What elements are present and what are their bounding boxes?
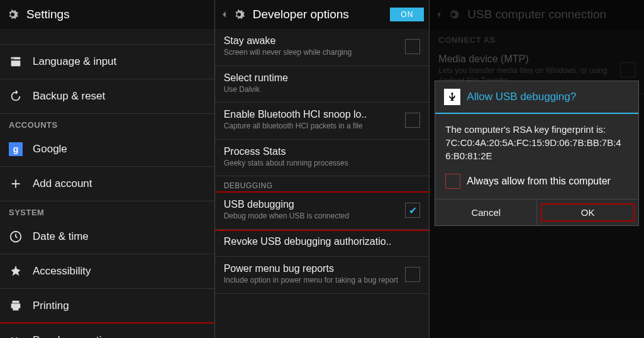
hand-icon (9, 264, 23, 278)
row-accessibility[interactable]: Accessibility (0, 254, 214, 289)
item-usb-debugging[interactable]: USB debuggingDebug mode when USB is conn… (215, 193, 430, 230)
label: Process Stats (224, 146, 416, 157)
item-power-menu-bug[interactable]: Power menu bug reportsInclude option in … (215, 257, 430, 294)
backup-icon (9, 89, 23, 103)
checkbox[interactable] (405, 113, 420, 128)
dev-title: Developer options (253, 8, 384, 21)
settings-panel: Settings Language & input Backup & reset… (0, 0, 215, 338)
checkbox[interactable] (405, 267, 420, 282)
master-toggle[interactable]: ON (390, 8, 424, 21)
item-stay-awake[interactable]: Stay awakeScreen will never sleep while … (215, 29, 430, 66)
developer-options-panel: Developer options ON Stay awakeScreen wi… (215, 0, 430, 338)
label: Add account (33, 177, 206, 190)
dialog-title: Allow USB debugging? (467, 91, 576, 103)
settings-header: Settings (0, 0, 214, 29)
back-icon[interactable] (220, 10, 229, 19)
sublabel: Debug mode when USB is connected (224, 211, 401, 222)
dialog-always-allow[interactable]: Always allow from this computer (435, 171, 638, 199)
checkbox[interactable] (445, 174, 460, 189)
row-backup-reset[interactable]: Backup & reset (0, 79, 214, 114)
svg-text:{ }: { } (10, 336, 19, 339)
row-google[interactable]: g Google (0, 132, 214, 167)
clock-icon (9, 230, 23, 244)
row-language-input[interactable]: Language & input (0, 45, 214, 79)
label: Select runtime (224, 72, 416, 84)
gear-icon (231, 7, 247, 22)
item-process-stats[interactable]: Process StatsGeeky stats about running p… (215, 140, 430, 177)
sublabel: Geeky stats about running processes (224, 159, 416, 169)
printer-icon (9, 299, 23, 313)
sublabel: Use Dalvik (224, 85, 416, 95)
label: USB debugging (224, 199, 401, 210)
ok-button[interactable]: OK (537, 200, 638, 225)
row-developer-options[interactable]: { } Developer options (0, 324, 214, 338)
usb-connection-panel: USB computer connection CONNECT AS Media… (430, 0, 644, 338)
checkbox[interactable] (405, 39, 420, 54)
label: Date & time (33, 230, 206, 243)
section-system: SYSTEM (0, 201, 214, 220)
cancel-button[interactable]: Cancel (435, 200, 537, 225)
dialog-body: The computer's RSA key fingerprint is: 7… (435, 114, 638, 171)
sublabel: Screen will never sleep while charging (224, 48, 401, 58)
label: Backup & reset (33, 90, 206, 103)
truncated-row (0, 29, 214, 45)
dev-header: Developer options ON (215, 0, 430, 29)
dialog-buttons: Cancel OK (435, 199, 638, 225)
dialog-header: Allow USB debugging? (435, 81, 638, 114)
label: Revoke USB debugging authorizatio.. (224, 236, 416, 247)
plus-icon (9, 177, 23, 191)
label: Google (33, 143, 206, 155)
usb-icon (444, 89, 460, 105)
item-bt-hci-snoop[interactable]: Enable Bluetooth HCI snoop lo..Capture a… (215, 103, 430, 140)
body-line1: The computer's RSA key fingerprint is: (445, 123, 628, 136)
label: Language & input (33, 55, 206, 68)
braces-icon: { } (9, 334, 23, 338)
item-select-runtime[interactable]: Select runtimeUse Dalvik (215, 66, 430, 103)
label: Accessibility (33, 265, 206, 278)
settings-title: Settings (26, 8, 209, 21)
section-debugging: DEBUGGING (215, 176, 430, 193)
row-date-time[interactable]: Date & time (0, 220, 214, 254)
sublabel: Include option in power menu for taking … (224, 276, 401, 286)
item-revoke-usb[interactable]: Revoke USB debugging authorizatio.. (215, 230, 430, 257)
check-label: Always allow from this computer (467, 176, 611, 187)
label: Printing (33, 300, 206, 312)
label: Power menu bug reports (224, 263, 401, 274)
checkbox[interactable] (405, 203, 420, 218)
usb-debug-dialog: Allow USB debugging? The computer's RSA … (435, 81, 639, 226)
row-printing[interactable]: Printing (0, 289, 214, 324)
label: Stay awake (224, 35, 401, 47)
fingerprint: 7C:C0:4A:20:5A:FC:15:9D:06:7B:BB:7B:46:B… (445, 136, 628, 162)
language-icon (9, 55, 23, 69)
section-accounts: ACCOUNTS (0, 114, 214, 132)
google-icon: g (9, 142, 23, 156)
row-add-account[interactable]: Add account (0, 167, 214, 201)
gear-icon (5, 7, 20, 22)
label: Enable Bluetooth HCI snoop lo.. (224, 109, 401, 120)
label: Developer options (33, 334, 206, 338)
sublabel: Capture all bluetooth HCI packets in a f… (224, 121, 401, 132)
